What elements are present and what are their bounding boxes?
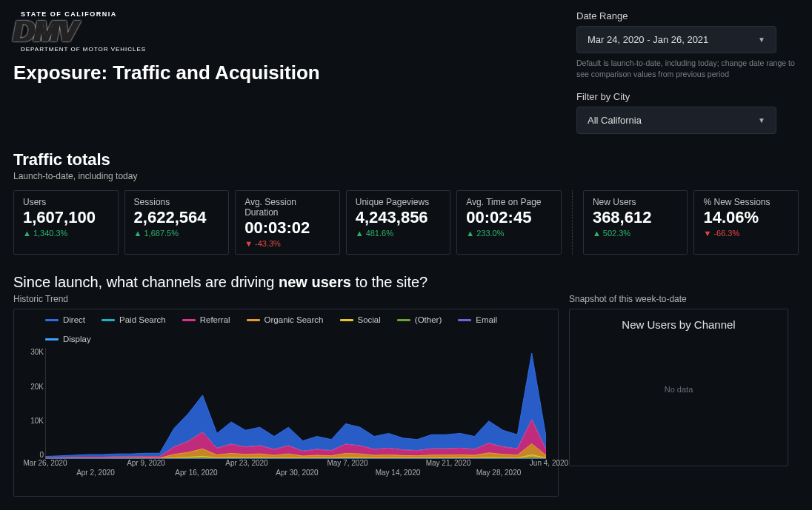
legend-label: Display [63, 335, 91, 343]
legend-label: Social [358, 315, 381, 324]
historic-trend-chart: DirectPaid SearchReferralOrganic SearchS… [13, 309, 559, 497]
legend-swatch [458, 319, 471, 321]
kpi-row: Users 1,607,100 ▲1,340.3% Sessions 2,622… [13, 190, 799, 255]
legend-item[interactable]: Organic Search [247, 315, 324, 324]
date-range-select[interactable]: Mar 24, 2020 - Jan 26, 2021 ▼ [576, 26, 776, 53]
kpi-label: Sessions [134, 197, 220, 207]
legend-swatch [182, 319, 196, 321]
snapshot-panel: New Users by Channel No data [569, 309, 788, 466]
kpi-separator [572, 190, 573, 255]
legend-item[interactable]: Email [458, 315, 497, 324]
snapshot-label: Snapshot of this week-to-date [569, 294, 799, 304]
kpi-label: Users [23, 197, 109, 207]
kpi-label: Avg. Time on Page [466, 197, 552, 207]
kpi-card: Avg. Time on Page 00:02:45 ▲233.0% [456, 190, 562, 255]
kpi-value: 4,243,856 [356, 208, 442, 227]
traffic-totals-sub: Launch-to-date, including today [13, 171, 799, 181]
kpi-value: 368,612 [593, 208, 679, 227]
kpi-label: Avg. Session Duration [244, 197, 330, 218]
kpi-card: Unique Pageviews 4,243,856 ▲481.6% [346, 190, 451, 255]
kpi-value: 1,607,100 [23, 208, 109, 227]
legend-label: Referral [200, 315, 230, 324]
kpi-value: 00:02:45 [466, 208, 552, 227]
traffic-totals-title: Traffic totals [13, 150, 799, 170]
kpi-value: 14.06% [703, 208, 789, 227]
kpi-card: Users 1,607,100 ▲1,340.3% [13, 190, 119, 255]
legend-label: Email [476, 315, 497, 324]
arrow-down-icon: ▼ [703, 229, 711, 238]
kpi-card: New Users 368,612 ▲502.3% [583, 190, 688, 255]
legend-label: (Other) [415, 315, 442, 324]
caret-down-icon: ▼ [758, 116, 765, 124]
legend-item[interactable]: (Other) [397, 315, 442, 324]
kpi-label: Unique Pageviews [356, 197, 442, 207]
legend-swatch [102, 319, 115, 321]
kpi-card: Avg. Session Duration 00:03:02 ▼-43.3% [235, 190, 340, 255]
date-range-hint: Default is launch-to-date, including tod… [576, 58, 799, 79]
legend-item[interactable]: Direct [45, 315, 85, 324]
channels-title: Since launch, what channels are driving … [13, 274, 799, 291]
legend-swatch [340, 319, 353, 321]
kpi-label: New Users [593, 197, 679, 207]
kpi-delta: ▲481.6% [356, 229, 442, 238]
arrow-up-icon: ▲ [466, 229, 474, 238]
legend-swatch [45, 319, 59, 321]
kpi-card: % New Sessions 14.06% ▼-66.3% [693, 190, 799, 255]
kpi-delta: ▼-43.3% [244, 239, 330, 248]
arrow-up-icon: ▲ [356, 229, 364, 238]
kpi-label: % New Sessions [703, 197, 789, 207]
legend-label: Direct [63, 315, 85, 324]
arrow-up-icon: ▲ [134, 229, 142, 238]
date-range-value: Mar 24, 2020 - Jan 26, 2021 [588, 34, 708, 45]
snapshot-no-data: No data [579, 331, 779, 448]
legend-label: Paid Search [119, 315, 166, 324]
legend-item[interactable]: Display [45, 335, 91, 343]
kpi-delta: ▲1,340.3% [23, 229, 109, 238]
arrow-up-icon: ▲ [23, 229, 31, 238]
snapshot-title: New Users by Channel [579, 318, 779, 331]
kpi-delta: ▼-66.3% [703, 229, 789, 238]
page-title: Exposure: Traffic and Acquisition [13, 61, 320, 84]
historic-trend-label: Historic Trend [13, 294, 559, 304]
caret-down-icon: ▼ [758, 36, 765, 44]
legend-item[interactable]: Referral [182, 315, 230, 324]
filter-city-value: All California [588, 115, 642, 126]
logo: STATE OF CALIFORNIA DMV DEPARTMENT OF MO… [13, 10, 320, 53]
kpi-card: Sessions 2,622,564 ▲1,687.5% [124, 190, 230, 255]
filter-city-label: Filter by City [576, 91, 799, 102]
kpi-value: 2,622,564 [134, 208, 220, 227]
arrow-up-icon: ▲ [593, 229, 601, 238]
legend-item[interactable]: Social [340, 315, 381, 324]
kpi-delta: ▲233.0% [466, 229, 552, 238]
logo-main: DMV [13, 18, 77, 44]
kpi-delta: ▲502.3% [593, 229, 679, 238]
legend-swatch [247, 319, 260, 321]
arrow-down-icon: ▼ [244, 239, 253, 248]
legend-label: Organic Search [264, 315, 324, 324]
kpi-value: 00:03:02 [244, 218, 330, 238]
legend-swatch [45, 338, 59, 340]
legend-item[interactable]: Paid Search [102, 315, 166, 324]
legend-swatch [397, 319, 410, 321]
filter-city-select[interactable]: All California ▼ [576, 107, 776, 134]
kpi-delta: ▲1,687.5% [134, 229, 220, 238]
date-range-label: Date Range [576, 10, 799, 21]
